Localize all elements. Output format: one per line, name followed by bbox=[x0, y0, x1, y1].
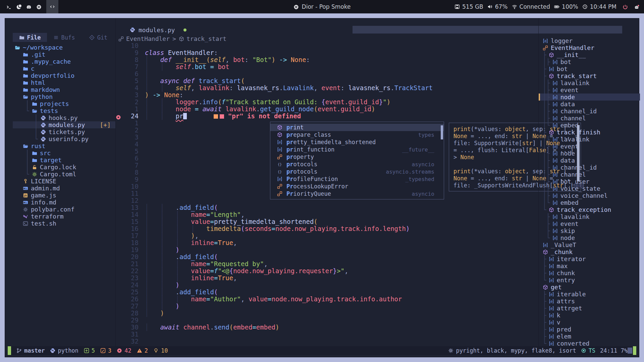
outline-item-chunk[interactable]: ├@chunk bbox=[539, 269, 640, 277]
outline-item-track_finish[interactable]: ├track_finish bbox=[539, 129, 640, 136]
outline-item-iterator[interactable]: ├@iterator bbox=[539, 255, 640, 262]
code-line[interactable]: 23│ │ │ inline=True, bbox=[114, 275, 538, 282]
tree-item-python[interactable]: python bbox=[13, 93, 115, 100]
tree-item-Cargo.lock[interactable]: │Cargo.lock bbox=[13, 164, 115, 171]
outline-item-node[interactable]: │├@node bbox=[539, 150, 640, 157]
outline-item-data[interactable]: │├@data bbox=[539, 101, 640, 108]
completion-item-ProcessLookupError[interactable]: ProcessLookupError bbox=[270, 183, 444, 190]
outline-item-bot[interactable]: │├@bot bbox=[539, 58, 640, 65]
completion-item-PriorityQueue[interactable]: PriorityQueueasyncio bbox=[270, 190, 444, 197]
outline-item-_ValueT[interactable]: @_ValueT bbox=[539, 241, 640, 248]
tree-item-polybar.conf[interactable]: polybar.conf bbox=[13, 206, 115, 213]
outline-item-channel_id[interactable]: │├@channel_id bbox=[539, 108, 640, 115]
tree-item-modules.py[interactable]: │modules.py[+] bbox=[13, 121, 115, 128]
code-line[interactable]: 15│ │ │ value=pretty_timedelta_shortened… bbox=[114, 218, 538, 225]
outline-item-k[interactable]: ├@k bbox=[539, 312, 640, 319]
code-line[interactable]: 28│ ) bbox=[114, 310, 538, 317]
tree-item-LICENSE[interactable]: LICENSE bbox=[13, 178, 115, 185]
outline-item-bot[interactable]: ├@bot bbox=[539, 65, 640, 72]
tree-item-Cargo.toml[interactable]: └Cargo.toml bbox=[13, 171, 115, 178]
tree-item-.git[interactable]: .git bbox=[13, 51, 115, 58]
tree-item-info.md[interactable]: M↓info.md bbox=[13, 199, 115, 206]
code-line[interactable]: 6│ bbox=[114, 70, 538, 77]
outline-item-node[interactable]: └@node bbox=[539, 234, 640, 241]
tree-item-test.sh[interactable]: test.sh bbox=[13, 220, 115, 227]
outline-item-track_start[interactable]: ├track_start bbox=[539, 72, 640, 79]
outline-item-iterable[interactable]: ├@iterable bbox=[539, 291, 640, 298]
breadcrumb-EventHandler[interactable]: EventHandler bbox=[118, 35, 170, 42]
outline-item-event[interactable]: │├@event bbox=[539, 86, 640, 94]
outline-item-bot_user[interactable]: │├@bot_user bbox=[539, 178, 640, 185]
outline-item-converted[interactable]: └@converted bbox=[539, 340, 640, 347]
outline-item-track_exception[interactable]: └track_exception bbox=[539, 206, 640, 213]
outline-item-entry[interactable]: └@entry bbox=[539, 277, 640, 284]
outline-item-lavalink[interactable]: │├@lavalink bbox=[539, 136, 640, 143]
outline-item-attrget[interactable]: ├@attrget bbox=[539, 305, 640, 312]
outline-item-embed[interactable]: │└@embed bbox=[539, 199, 640, 206]
outline-item-__init__[interactable]: ├__init__ bbox=[539, 51, 640, 58]
code-line[interactable]: 17│ │ │ ), bbox=[114, 232, 538, 239]
tree-item-workspace[interactable]: ~/workspace bbox=[13, 44, 115, 51]
tree-item-terraform[interactable]: terraform bbox=[13, 213, 115, 220]
outline-item-channel[interactable]: │├@channel bbox=[539, 115, 640, 122]
outline-item-pred[interactable]: ├@pred bbox=[539, 326, 640, 333]
code-line[interactable]: 29 bbox=[114, 317, 538, 324]
outline-item-node[interactable]: │├@node bbox=[539, 94, 640, 101]
code-line[interactable]: 3) -> None: bbox=[114, 92, 538, 99]
tree-item-html[interactable]: html bbox=[13, 79, 115, 86]
tree-item-userinfo.py[interactable]: └userinfo.py bbox=[13, 135, 115, 142]
tree-item-admin.md[interactable]: M↓admin.md bbox=[13, 185, 115, 192]
code-line[interactable]: 19│ │ ) bbox=[114, 246, 538, 253]
outline-item-embed[interactable]: │└@embed bbox=[539, 122, 640, 129]
outline-item-event[interactable]: │├@event bbox=[539, 143, 640, 150]
code-line[interactable]: 5│ async def track_start( bbox=[114, 77, 538, 84]
outline-item-logger[interactable]: @logger bbox=[539, 37, 640, 44]
code-line[interactable]: 30│ await channel.send(embed=embed) bbox=[114, 324, 538, 331]
code-line[interactable]: 21│ │ │ name="Requested by", bbox=[114, 260, 538, 267]
outline-item-voice_channel[interactable]: │├@voice_channel bbox=[539, 192, 640, 199]
code-line[interactable]: 10 bbox=[114, 42, 538, 49]
outline-item-channel_id[interactable]: │├@channel_id bbox=[539, 164, 640, 171]
code-line[interactable]: 27│ │ ) bbox=[114, 303, 538, 310]
code-line[interactable]: 13│ │ .add_field( bbox=[114, 204, 538, 211]
outline-item-EventHandler[interactable]: EventHandler bbox=[539, 44, 640, 51]
completion-scrollbar[interactable] bbox=[441, 125, 443, 139]
completion-item-pretty_timedelta_shortened[interactable]: @pretty_timedelta_shortened bbox=[270, 138, 444, 146]
code-line[interactable]: 14│ │ │ name="Length", bbox=[114, 211, 538, 218]
tree-item-projects[interactable]: │projects bbox=[13, 100, 115, 107]
outline-item-max[interactable]: ├@max bbox=[539, 262, 640, 269]
code-line[interactable]: 24│ │ pr "pr" is not defined bbox=[114, 113, 538, 120]
tree-item-.mypycache[interactable]: .mypy_cache bbox=[13, 58, 115, 65]
completion-item-prepare_class[interactable]: prepare_classtypes bbox=[270, 131, 444, 138]
tree-item-tests[interactable]: └tests bbox=[13, 107, 115, 114]
code-line[interactable]: 16│ │ │ │ timedelta(seconds=node.now_pla… bbox=[114, 225, 538, 232]
completion-item-print_function[interactable]: @print_function__future__ bbox=[270, 146, 444, 153]
tree-item-src[interactable]: │src bbox=[13, 149, 115, 157]
tree-item-rust[interactable]: rust bbox=[13, 142, 115, 149]
code-line[interactable]: 18│ │ │ inline=True, bbox=[114, 239, 538, 246]
completion-item-protocols[interactable]: {}protocolsasyncio bbox=[270, 161, 444, 168]
code-line[interactable]: 32 bbox=[114, 338, 538, 345]
code-line[interactable]: 25│ │ .add_field( bbox=[114, 289, 538, 296]
outline-item-_chunk[interactable]: _chunk bbox=[539, 248, 640, 255]
code-line[interactable]: 4│ │ self, lavalink: lavasnek_rs.Lavalin… bbox=[114, 84, 538, 92]
tree-item-hooks.py[interactable]: │hooks.py bbox=[13, 114, 115, 121]
code-line[interactable]: 20│ │ .add_field( bbox=[114, 253, 538, 260]
outline-item-v[interactable]: ├@v bbox=[539, 319, 640, 326]
completion-item-property[interactable]: property bbox=[270, 153, 444, 161]
code-line[interactable]: 9class EventHandler: bbox=[114, 49, 538, 56]
buffer-tab[interactable]: modules.py bbox=[130, 26, 186, 34]
code-line[interactable]: 24│ │ ) bbox=[114, 282, 538, 289]
outline-item-voice_state[interactable]: │├@voice_state bbox=[539, 185, 640, 192]
completion-item-ProfileFunction[interactable]: @ProfileFunction_typeshed bbox=[270, 175, 444, 183]
code-line[interactable]: 2│ │ logger.info(f"Track started on Guil… bbox=[114, 99, 538, 106]
code-line[interactable]: 22│ │ │ value=f"<@{node.now_playing.requ… bbox=[114, 267, 538, 275]
code-line[interactable]: 1│ │ node = await lavalink.get_guild_nod… bbox=[114, 106, 538, 113]
outline-item-elem[interactable]: ├@elem bbox=[539, 333, 640, 340]
code-line[interactable]: 26│ │ │ name="Author", value=node.now_pl… bbox=[114, 296, 538, 303]
code-line[interactable]: 8│ def __init__(self, bot: "Bot") -> Non… bbox=[114, 56, 538, 63]
code-line[interactable]: 7│ │ self.bot = bot bbox=[114, 63, 538, 70]
outline-item-lavalink[interactable]: ├@lavalink bbox=[539, 213, 640, 220]
outline-item-channel[interactable]: │├@channel bbox=[539, 171, 640, 178]
tree-item-devportfolio[interactable]: devportfolio bbox=[13, 72, 115, 79]
